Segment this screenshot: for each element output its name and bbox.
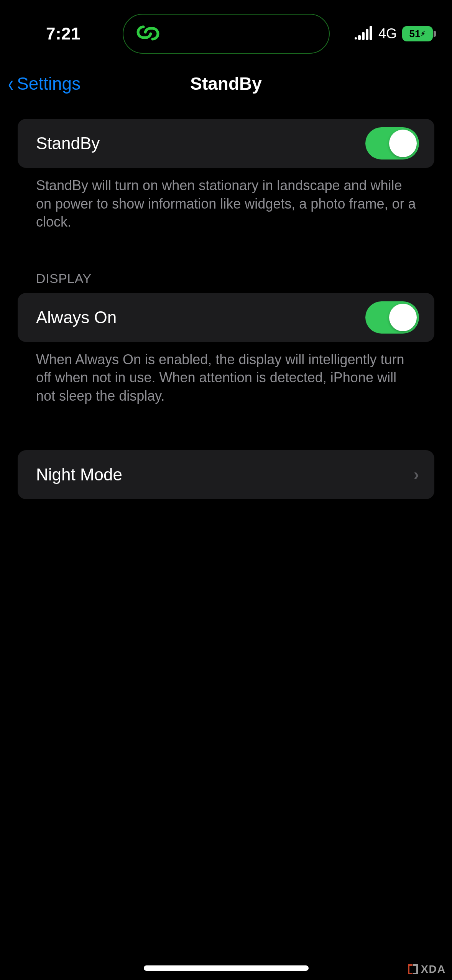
page-title: StandBy xyxy=(190,73,262,94)
chevron-right-icon: › xyxy=(414,465,419,484)
status-bar: 7:21 4G 51⚡︎ xyxy=(0,0,452,54)
status-right-cluster: 4G 51⚡︎ xyxy=(355,26,433,42)
standby-group: StandBy StandBy will turn on when statio… xyxy=(18,119,434,231)
charging-bolt-icon: ⚡︎ xyxy=(421,30,426,38)
navigation-bar: ‹ Settings StandBy xyxy=(0,61,452,107)
network-type-label: 4G xyxy=(378,26,397,42)
battery-indicator: 51⚡︎ xyxy=(402,26,433,41)
watermark: XDA xyxy=(407,963,446,975)
standby-switch[interactable] xyxy=(365,127,419,159)
always-on-footer: When Always On is enabled, the display w… xyxy=(18,342,434,405)
always-on-switch[interactable] xyxy=(365,301,419,334)
standby-footer: StandBy will turn on when stationary in … xyxy=(18,168,434,231)
status-time: 7:21 xyxy=(19,24,115,43)
battery-percent: 51 xyxy=(409,28,421,40)
chevron-left-icon: ‹ xyxy=(8,72,13,95)
always-on-cell[interactable]: Always On xyxy=(18,293,434,342)
display-section-header: DISPLAY xyxy=(18,240,434,293)
standby-label: StandBy xyxy=(36,134,100,153)
display-group: Always On When Always On is enabled, the… xyxy=(18,293,434,405)
back-label: Settings xyxy=(17,73,81,94)
night-mode-cell[interactable]: Night Mode › xyxy=(18,450,434,499)
standby-cell[interactable]: StandBy xyxy=(18,119,434,168)
night-mode-label: Night Mode xyxy=(36,465,122,484)
watermark-text: XDA xyxy=(421,963,446,975)
link-chain-icon xyxy=(136,23,160,44)
dynamic-island[interactable] xyxy=(123,14,330,54)
content-area: StandBy StandBy will turn on when statio… xyxy=(0,107,452,499)
home-indicator[interactable] xyxy=(144,965,309,971)
xda-logo-icon xyxy=(407,964,419,975)
cellular-signal-icon xyxy=(355,28,372,40)
always-on-label: Always On xyxy=(36,308,117,327)
back-button[interactable]: ‹ Settings xyxy=(7,72,81,95)
